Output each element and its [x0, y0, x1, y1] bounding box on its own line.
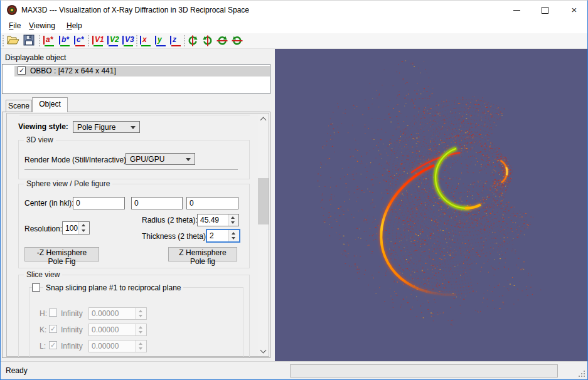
status-bar: Ready: [1, 361, 587, 379]
h-infinity-checkbox[interactable]: [49, 309, 57, 317]
toolbar-a-star-button[interactable]: a*: [43, 34, 55, 47]
l-infinity-label: Infinity: [61, 342, 83, 351]
menu-viewing[interactable]: Viewing: [23, 19, 61, 33]
spin-down-button[interactable]: [136, 346, 146, 352]
spin-down-button[interactable]: [136, 314, 146, 319]
tab-scene[interactable]: Scene: [6, 100, 32, 112]
spin-up-button[interactable]: [79, 222, 89, 228]
k-infinity-checkbox[interactable]: ✓: [49, 325, 57, 333]
toolbar-b-star-button[interactable]: b*: [59, 34, 71, 47]
viewing-style-value: Pole Figure: [77, 123, 115, 132]
resize-grip[interactable]: [577, 369, 585, 377]
spin-down-button[interactable]: [228, 220, 238, 226]
pos-z-hemisphere-button[interactable]: Z Hemisphere Pole fig: [168, 247, 237, 261]
k-label: K:: [40, 325, 46, 334]
rotate-icon: [216, 35, 228, 46]
spin-up-icon: [232, 232, 235, 235]
snap-plane-checkbox[interactable]: [32, 283, 40, 292]
resolution-spinner[interactable]: [62, 221, 90, 235]
spin-down-button[interactable]: [229, 236, 239, 241]
scrollbar-thumb[interactable]: [258, 178, 269, 224]
chevron-down-icon: [131, 126, 136, 129]
center-h-input[interactable]: [73, 197, 125, 209]
l-value-input[interactable]: [89, 340, 136, 352]
scroll-down-button[interactable]: [258, 346, 269, 356]
open-folder-icon: [7, 34, 19, 45]
obbo-checkbox[interactable]: ✓: [18, 66, 26, 75]
k-value-input[interactable]: [89, 324, 136, 335]
tab-object[interactable]: Object: [32, 97, 68, 112]
toolbar-v1-button[interactable]: V1: [92, 34, 104, 47]
rotate-cw-vertical-axis-button[interactable]: [187, 35, 198, 46]
resolution-input[interactable]: [63, 222, 78, 234]
list-item-obbo[interactable]: ✓ OBBO : [472 x 644 x 441]: [14, 66, 270, 77]
toolbar-c-star-button[interactable]: c*: [74, 34, 86, 47]
toolbar-v2-button[interactable]: V2: [107, 34, 119, 47]
neg-z-hemisphere-button[interactable]: -Z Hemisphere Pole Fig: [24, 247, 99, 261]
panel-scrollbar[interactable]: [258, 113, 269, 356]
spin-down-button[interactable]: [79, 228, 89, 235]
open-file-button[interactable]: [7, 34, 21, 47]
rotate-icon: [202, 35, 213, 46]
app-icon: [7, 5, 17, 15]
spin-up-button[interactable]: [136, 308, 146, 314]
rotate-icon: [187, 35, 198, 46]
maximize-button[interactable]: [531, 1, 560, 19]
menu-help[interactable]: Help: [61, 19, 88, 33]
toolbar-z-axis-button[interactable]: z: [170, 34, 182, 47]
toolbar-gripper: [136, 35, 139, 46]
spin-up-button[interactable]: [229, 230, 239, 236]
spin-up-button[interactable]: [228, 214, 238, 220]
3d-viewport[interactable]: [275, 49, 588, 361]
h-value-input[interactable]: [89, 308, 136, 319]
l-value-spinner[interactable]: [88, 340, 147, 352]
rotate-cw-horizontal-axis-button[interactable]: [216, 35, 228, 46]
radius-input[interactable]: [198, 214, 228, 226]
rotate-ccw-horizontal-axis-button[interactable]: [232, 35, 243, 46]
status-text: Ready: [6, 366, 28, 375]
l-infinity-checkbox[interactable]: ✓: [49, 341, 57, 349]
h-label: H:: [40, 309, 47, 318]
scroll-up-button[interactable]: [258, 113, 269, 124]
spin-down-icon: [139, 331, 142, 334]
center-k-input[interactable]: [131, 197, 183, 209]
toolbar-v3-button[interactable]: V3: [122, 34, 134, 47]
check-icon: ✓: [50, 325, 56, 332]
h-infinity-label: Infinity: [61, 309, 83, 318]
save-button[interactable]: [23, 34, 37, 47]
group-3d-view-title: 3D view: [24, 135, 56, 144]
menu-bar: File Viewing Help: [1, 19, 587, 33]
viewing-style-dropdown[interactable]: Pole Figure: [73, 121, 140, 133]
minimize-icon: [513, 10, 520, 11]
spin-down-icon: [82, 230, 85, 232]
rotate-icon: [232, 35, 243, 46]
center-l-input[interactable]: [186, 197, 238, 209]
spin-down-icon: [231, 221, 235, 224]
window-title: MAX3D --- Visualization of X-Ray Diffrac…: [21, 6, 249, 14]
k-value-spinner[interactable]: [88, 324, 147, 336]
chevron-down-icon: [260, 347, 267, 354]
separator: [24, 169, 238, 170]
thickness-label: Thickness (2 theta):: [142, 232, 208, 241]
h-value-spinner[interactable]: [88, 307, 147, 320]
spin-down-button[interactable]: [136, 330, 146, 335]
thickness-spinner[interactable]: [206, 229, 240, 243]
render-mode-value: GPU/GPU: [130, 155, 164, 164]
check-icon: ✓: [50, 341, 56, 349]
close-button[interactable]: ×: [560, 1, 588, 19]
chevron-up-icon: [260, 117, 267, 124]
thickness-input[interactable]: [207, 230, 228, 241]
toolbar-x-axis-button[interactable]: x: [140, 34, 152, 47]
rotate-ccw-vertical-axis-button[interactable]: [202, 35, 213, 46]
list-item-label: OBBO : [472 x 644 x 441]: [30, 66, 116, 75]
chevron-down-icon: [186, 158, 191, 161]
spin-up-button[interactable]: [136, 340, 146, 346]
toolbar-gripper: [39, 35, 42, 46]
render-mode-dropdown[interactable]: GPU/GPU: [126, 153, 195, 165]
toolbar-gripper: [88, 35, 91, 46]
radius-spinner[interactable]: [197, 214, 239, 226]
title-bar: MAX3D --- Visualization of X-Ray Diffrac…: [1, 1, 587, 19]
toolbar-y-axis-button[interactable]: y: [155, 34, 167, 47]
minimize-button[interactable]: [502, 1, 531, 19]
spin-up-button[interactable]: [136, 324, 146, 330]
